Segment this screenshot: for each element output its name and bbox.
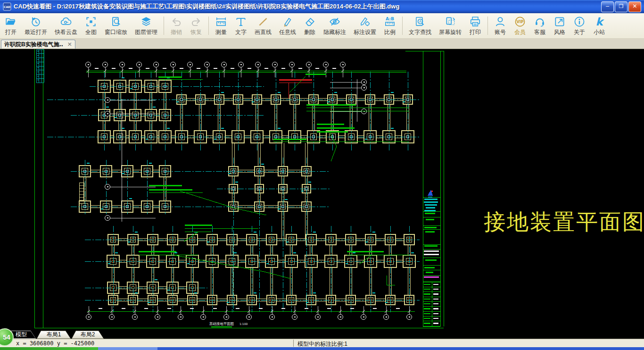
erase-icon [304, 16, 316, 28]
sheet-frame [34, 49, 444, 328]
vip-icon: VIP [514, 16, 526, 28]
app-icon: CAD [3, 2, 11, 11]
ramp-detail [79, 183, 84, 203]
toolbar-style-button[interactable]: 风格 [550, 14, 570, 38]
rotate-icon [444, 16, 456, 28]
toolbar-pen-button[interactable]: 任意线 [275, 14, 300, 38]
toolbar-label: 账号 [495, 28, 506, 36]
svg-text:A:B: A:B [386, 16, 394, 21]
toolbar-cloud-button[interactable]: 快看云盘 [51, 14, 81, 38]
toolbar-label: 客服 [534, 28, 545, 36]
window-controls: ─ ❐ ✕ [601, 1, 641, 12]
toolbar-layers-button[interactable]: 图层管理 [131, 14, 161, 38]
toolbar-label: 全图 [85, 28, 97, 36]
toolbar-erase-button[interactable]: 删除 [300, 14, 320, 38]
toolbar-label: 比例 [384, 28, 396, 36]
cad-drawing-canvas[interactable]: 接地装置平面图基础接地平面图1:100 [0, 49, 644, 330]
winzoom-icon [110, 16, 122, 28]
toolbar-label: 风格 [554, 28, 565, 36]
main-toolbar: 打开最近打开快看云盘全图窗口缩放图层管理撤销恢复测量文字画直线任意线删除隐藏标注… [0, 13, 644, 39]
toolbar-label: 关于 [574, 28, 585, 36]
toolbar-label: 画直线 [255, 28, 272, 36]
document-tab-label: 许职院B实验楼电气施‥ [4, 41, 63, 49]
drawing-caption: 基础接地平面图 [209, 322, 234, 326]
cursor-coordinates: x = 3606800 y = -425000 [16, 340, 94, 347]
start-button-sliver[interactable] [0, 347, 98, 350]
hideann-icon [329, 16, 341, 28]
title-block [423, 190, 440, 326]
toolbar-label: 小站 [594, 28, 605, 36]
drawing-viewport[interactable]: 接地装置平面图基础接地平面图1:100 [0, 49, 644, 330]
app-window: { "window": { "title": "CAD快速看图 - D:\\20… [0, 0, 644, 350]
toolbar-label: 屏幕旋转 [439, 28, 462, 36]
toolbar-hideann-button[interactable]: 隐藏标注 [320, 14, 350, 38]
ksite-icon: k [593, 16, 605, 28]
svg-text:A: A [419, 19, 422, 24]
drawing-big-title: 接地装置平面图 [484, 209, 644, 234]
account-icon [494, 16, 506, 28]
about-icon [573, 16, 586, 28]
toolbar-label: 会员 [514, 28, 526, 36]
layout-tab-bar: 模型布局1布局2 [0, 330, 644, 339]
document-tab[interactable]: 许职院B实验楼电气施‥ ✕ [1, 40, 75, 49]
status-bar: x = 3606800 y = -425000 模型中的标注比例:1 [0, 339, 644, 347]
toolbar-label: 标注设置 [354, 28, 376, 36]
toolbar-label: 文字 [235, 28, 247, 36]
toolbar-label: 最近打开 [25, 28, 47, 36]
toolbar-account-button[interactable]: 账号 [490, 14, 510, 38]
service-icon [534, 16, 546, 28]
toolbar-fit-button[interactable]: 全图 [81, 14, 101, 38]
quick-launch-sliver[interactable] [98, 347, 157, 350]
minimize-button[interactable]: ─ [601, 1, 614, 12]
annotations [139, 74, 409, 285]
redo-icon [190, 16, 202, 28]
drawing-caption-scale: 1:100 [239, 322, 248, 325]
pen-icon [281, 16, 294, 28]
toolbar-annset-button[interactable]: 标注设置 [350, 14, 380, 38]
toolbar-separator [208, 17, 209, 35]
cloud-icon [60, 16, 72, 28]
toolbar-separator [487, 17, 488, 35]
annset-icon [359, 16, 371, 28]
window-title: CAD快速看图 - D:\2017秋建筑设备安装识图与施工工艺\工程图\实训楼图… [14, 2, 601, 11]
toolbar-redo-button[interactable]: 恢复 [186, 14, 206, 38]
layout-tab-label: 布局2 [72, 331, 103, 338]
toolbar-measure-button[interactable]: 测量 [211, 14, 231, 38]
toolbar-label: 删除 [304, 28, 315, 36]
toolbar-vip-button[interactable]: VIP会员 [510, 14, 530, 38]
toolbar-label: 快看云盘 [55, 28, 77, 36]
fit-icon [85, 16, 97, 28]
close-button[interactable]: ✕ [628, 1, 641, 12]
toolbar-scale-button[interactable]: A:B比例 [380, 14, 400, 38]
toolbar-undo-button[interactable]: 撤销 [166, 14, 186, 38]
toolbar-recent-button[interactable]: 最近打开 [21, 14, 51, 38]
restore-button[interactable]: ❐ [615, 1, 627, 12]
toolbar-text-button[interactable]: 文字 [231, 14, 251, 38]
toolbar-label: 打印 [470, 28, 481, 36]
layout-tab-layout1[interactable]: 布局1 [37, 331, 71, 339]
toolbar-open-button[interactable]: 打开 [1, 14, 21, 38]
toolbar-label: 文字查找 [409, 28, 431, 36]
toolbar-winzoom-button[interactable]: 窗口缩放 [101, 14, 131, 38]
toolbar-ksite-button[interactable]: k小站 [589, 14, 609, 38]
toolbar-label: 撤销 [171, 28, 182, 36]
line-icon [257, 16, 269, 28]
layout-tab-layout2[interactable]: 布局2 [72, 331, 104, 339]
style-icon [553, 16, 566, 28]
toolbar-label: 隐藏标注 [323, 28, 346, 36]
title-bar: CAD CAD快速看图 - D:\2017秋建筑设备安装识图与施工工艺\工程图\… [0, 0, 644, 13]
taskbar-sliver[interactable] [0, 347, 644, 350]
toolbar-findtext-button[interactable]: A文字查找 [405, 14, 435, 38]
toolbar-rotate-button[interactable]: 屏幕旋转 [435, 14, 465, 38]
layout-tab-label: 布局1 [37, 331, 70, 338]
toolbar-service-button[interactable]: 客服 [530, 14, 550, 38]
toolbar-about-button[interactable]: 关于 [570, 14, 589, 38]
undo-icon [170, 16, 182, 28]
tab-close-icon[interactable]: ✕ [67, 42, 72, 47]
toolbar-print-button[interactable]: 打印 [465, 14, 485, 38]
open-icon [5, 16, 17, 28]
text-icon [235, 16, 247, 28]
toolbar-label: 测量 [215, 28, 227, 36]
print-icon [469, 16, 481, 28]
toolbar-line-button[interactable]: 画直线 [251, 14, 275, 38]
